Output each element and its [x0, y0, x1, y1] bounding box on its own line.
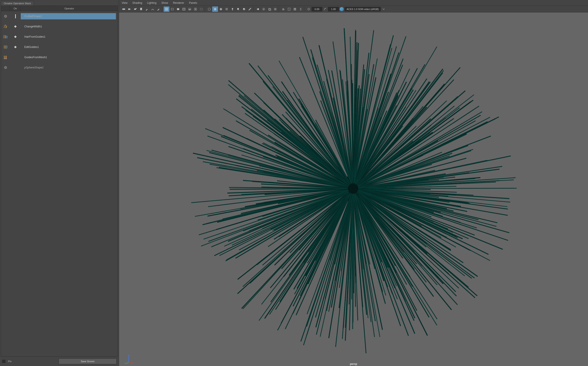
svg-point-38 [263, 9, 264, 10]
menu-panels[interactable]: Panels [189, 1, 197, 4]
camera-settings-icon[interactable] [132, 7, 138, 12]
svg-text:z: z [129, 354, 130, 356]
svg-rect-44 [294, 8, 295, 9]
stack-row[interactable]: ChangeWidth1 [1, 21, 118, 32]
operator-name[interactable]: ChangeWidth1 [21, 25, 118, 28]
exposure-field-icon[interactable] [306, 7, 312, 12]
panel-footer: Pin Save Groom [0, 357, 119, 366]
menu-shading[interactable]: Shading [132, 1, 142, 4]
menu-lighting[interactable]: Lighting [147, 1, 156, 4]
on-toggle[interactable] [10, 26, 21, 27]
gamma-field[interactable]: 1.00 [328, 7, 339, 11]
toolbar-separator [162, 7, 163, 12]
svg-rect-47 [295, 9, 296, 10]
camera-icon[interactable]: ■▸ [127, 7, 132, 12]
ao-icon[interactable] [241, 7, 247, 12]
isolate-icon[interactable] [272, 7, 278, 12]
menu-view[interactable]: View [122, 1, 128, 4]
panel-title: Ornatrix Operators Stack [4, 2, 31, 5]
gear-icon [1, 13, 10, 19]
panel-title-tab[interactable]: Ornatrix Operators Stack [1, 1, 34, 6]
stack-row[interactable]: HairFromGuides1 [1, 32, 118, 42]
operator-name[interactable]: EditGuides1 [21, 46, 118, 49]
header-on-col: On [10, 6, 21, 11]
gate-mask-icon[interactable] [175, 7, 181, 12]
svg-rect-43 [288, 8, 290, 10]
operator-name[interactable]: HairFromGuides1 [21, 35, 118, 38]
textured-icon[interactable] [224, 7, 229, 12]
axis-gizmo-icon[interactable]: z y x [123, 353, 134, 364]
wireframe-icon[interactable] [206, 7, 212, 12]
svg-rect-24 [200, 8, 202, 10]
on-toggle[interactable] [10, 36, 21, 38]
pin-checkbox[interactable] [2, 360, 5, 363]
lights-icon[interactable] [229, 7, 235, 12]
viewport-canvas[interactable] [119, 13, 588, 366]
svg-line-1091 [125, 362, 129, 364]
changewidth-icon [1, 24, 10, 30]
svg-point-33 [243, 8, 245, 10]
colorspace-dropdown[interactable]: ACES 1.0 SDR-video (sRGB) [345, 7, 381, 11]
svg-point-42 [275, 9, 276, 10]
menu-show[interactable]: Show [161, 1, 168, 4]
poly-count-icon[interactable] [286, 7, 292, 12]
image-plane-icon[interactable] [187, 7, 193, 12]
component-icon[interactable] [292, 7, 298, 12]
svg-point-1 [5, 16, 6, 16]
film-gate-icon[interactable] [169, 7, 175, 12]
svg-point-35 [257, 8, 259, 10]
svg-text:x: x [132, 361, 133, 363]
menu-renderer[interactable]: Renderer [173, 1, 184, 4]
on-toggle[interactable] [10, 46, 21, 48]
gamma-field-icon[interactable] [322, 7, 328, 12]
dof-icon[interactable] [261, 7, 267, 12]
save-groom-button[interactable]: Save Groom [59, 358, 117, 364]
svg-point-29 [232, 8, 233, 9]
svg-text:y: y [124, 362, 125, 364]
shadows-icon[interactable] [235, 7, 241, 12]
motion-blur-icon[interactable] [255, 7, 261, 12]
select-camera-icon[interactable] [121, 7, 127, 12]
grid-icon[interactable] [164, 7, 169, 12]
wire-on-shaded-icon[interactable] [218, 7, 224, 12]
stack-row[interactable]: FurBallShape1 [1, 11, 118, 21]
guidesfrommesh-icon [1, 54, 10, 60]
svg-rect-12 [122, 8, 124, 10]
svg-rect-36 [257, 9, 257, 9]
stack-header: On Operator [1, 6, 118, 11]
region-icon[interactable] [193, 7, 198, 12]
shaded-icon[interactable] [212, 7, 218, 12]
svg-rect-9 [4, 58, 7, 59]
stack-row[interactable]: pSphereShape1 [1, 62, 118, 73]
stack-row[interactable]: GuidesFromMesh1 [1, 52, 118, 62]
svg-marker-21 [189, 9, 191, 10]
bookmark-icon[interactable] [138, 7, 144, 12]
svg-point-26 [214, 8, 216, 10]
viewport-menu-bar: ViewShadingLightingShowRendererPanels [119, 0, 588, 6]
grease-pencil-icon[interactable] [156, 7, 161, 12]
stack-row[interactable]: EditGuides1 [1, 42, 118, 52]
curve-icon[interactable] [150, 7, 156, 12]
gear-icon [1, 65, 10, 70]
hairfromguides-icon [1, 34, 10, 40]
stack-list[interactable]: FurBallShape1ChangeWidth1HairFromGuides1… [1, 11, 118, 356]
colorspace-chevron-icon[interactable] [381, 7, 387, 12]
xgen-icon[interactable] [280, 7, 286, 12]
symmetry-icon[interactable] [298, 7, 304, 12]
resolution-gate-icon[interactable] [181, 7, 187, 12]
safe-action-icon[interactable] [198, 7, 204, 12]
color-pick-icon[interactable] [339, 7, 345, 12]
svg-rect-30 [232, 10, 233, 10]
svg-point-34 [243, 8, 244, 9]
brush-icon[interactable] [144, 7, 150, 12]
on-toggle[interactable] [10, 14, 21, 18]
viewport[interactable]: z y x persp [119, 13, 588, 366]
operator-name[interactable]: FurBallShape1 [21, 13, 116, 19]
antialias-icon[interactable] [247, 7, 253, 12]
operators-stack-panel: Ornatrix Operators Stack On Operator Fur… [0, 0, 119, 366]
operator-name[interactable]: GuidesFromMesh1 [21, 56, 118, 59]
save-groom-label: Save Groom [81, 360, 94, 363]
xray-icon[interactable] [267, 7, 272, 12]
exposure-field[interactable]: 0.00 [312, 7, 322, 11]
operator-name[interactable]: pSphereShape1 [21, 66, 118, 69]
